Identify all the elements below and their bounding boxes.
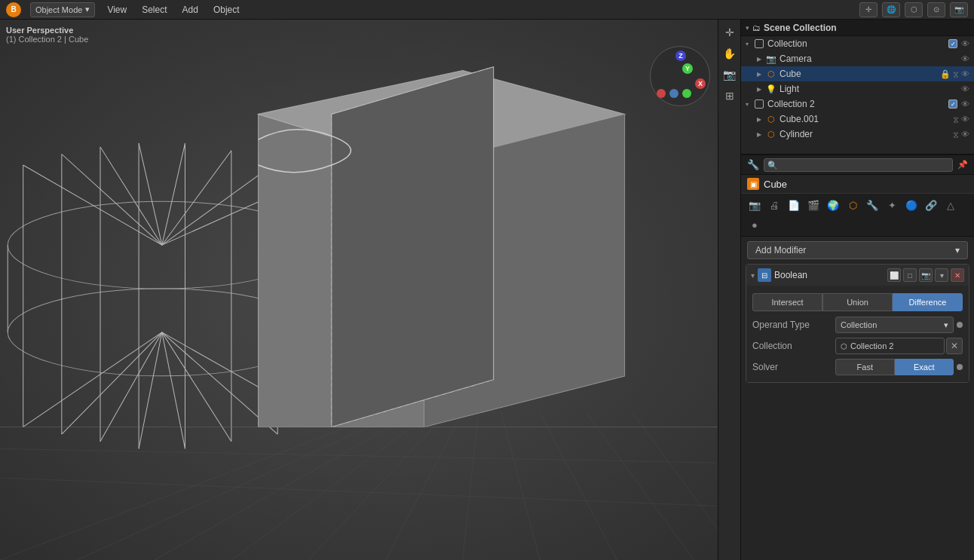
collection-checkbox[interactable]: ✓ bbox=[948, 39, 957, 48]
object-type-icon: ▣ bbox=[747, 178, 759, 190]
prop-tab-material[interactable]: ● bbox=[746, 216, 764, 234]
viewport-tool-cursor[interactable]: ✛ bbox=[720, 23, 740, 42]
modifier-realtime-btn[interactable]: □ bbox=[903, 268, 917, 282]
modifier-close-btn[interactable]: ✕ bbox=[951, 268, 964, 282]
outliner-light[interactable]: ▶ 💡 Light 👁 bbox=[741, 81, 974, 96]
cylinder-filter[interactable]: ⧖ bbox=[953, 130, 959, 139]
scene-collection-row: ▾ 🗂 Scene Collection bbox=[741, 20, 974, 36]
solver-dot[interactable] bbox=[957, 364, 963, 370]
collection-visibility[interactable]: 👁 bbox=[961, 39, 969, 48]
light-arrow[interactable]: ▶ bbox=[753, 83, 765, 95]
prop-tab-scene[interactable]: 🎬 bbox=[804, 196, 822, 214]
modifier-render-btn[interactable]: 📷 bbox=[919, 268, 933, 282]
operand-type-label: Operand Type bbox=[752, 320, 835, 330]
menu-select[interactable]: Select bbox=[139, 5, 170, 15]
outliner-collection[interactable]: ▾ Collection ✓ 👁 bbox=[741, 36, 974, 51]
cube-lock[interactable]: 🔒 bbox=[940, 69, 951, 79]
gizmo-y-label: Y bbox=[682, 63, 693, 74]
outliner-cube001[interactable]: ▶ ⬡ Cube.001 ⧖ 👁 bbox=[741, 112, 974, 127]
viewport-3d[interactable]: User Perspective (1) Collection 2 | Cube bbox=[0, 20, 740, 560]
menu-add[interactable]: Add bbox=[179, 5, 201, 15]
collection2-icon bbox=[753, 98, 765, 110]
solver-row: Solver Fast Exact bbox=[746, 357, 969, 378]
collection-clear-btn[interactable]: ✕ bbox=[946, 338, 963, 354]
cylinder-label: Cylinder bbox=[780, 129, 953, 139]
prop-tab-world[interactable]: 🌍 bbox=[824, 196, 842, 214]
cube-arrow[interactable]: ▶ bbox=[753, 68, 765, 80]
solver-label: Solver bbox=[752, 362, 835, 372]
cylinder-visibility[interactable]: 👁 bbox=[961, 130, 969, 139]
menu-view[interactable]: View bbox=[104, 5, 130, 15]
camera-actions: 👁 bbox=[961, 54, 969, 63]
mode-selector[interactable]: Object Mode ▾ bbox=[30, 2, 95, 17]
collection-arrow[interactable]: ▾ bbox=[741, 38, 753, 50]
viewport-tool-grid[interactable]: ⊞ bbox=[720, 86, 740, 106]
gizmo-dots-row bbox=[657, 89, 691, 98]
light-actions: 👁 bbox=[961, 84, 969, 93]
outliner-cube[interactable]: ▶ ⬡ Cube 🔒 ⧖ 👁 bbox=[741, 66, 974, 81]
cylinder-arrow[interactable]: ▶ bbox=[753, 128, 765, 140]
topbar-shading-icon[interactable]: ⬡ bbox=[905, 2, 923, 17]
viewport-gizmo[interactable]: Z X Y bbox=[650, 46, 710, 106]
cube-label: Cube bbox=[780, 69, 940, 79]
collection2-arrow[interactable]: ▾ bbox=[741, 98, 753, 110]
viewport-selection: (1) Collection 2 | Cube bbox=[6, 35, 88, 44]
right-panel: ▾ 🗂 Scene Collection ▾ Collection ✓ 👁 bbox=[740, 20, 974, 560]
topbar-overlays-icon[interactable]: ⊙ bbox=[927, 2, 945, 17]
cube-filter[interactable]: ⧖ bbox=[953, 69, 959, 79]
prop-tab-view[interactable]: 📄 bbox=[785, 196, 803, 214]
cube001-arrow[interactable]: ▶ bbox=[753, 113, 765, 125]
cube-visibility[interactable]: 👁 bbox=[961, 69, 969, 78]
prop-tab-output[interactable]: 🖨 bbox=[765, 196, 783, 214]
prop-tab-object[interactable]: ⬡ bbox=[844, 196, 862, 214]
boolean-modifier-card: ▾ ⊟ Boolean ⬜ □ 📷 ▾ ✕ Intersect bbox=[746, 264, 969, 383]
op-intersect-btn[interactable]: Intersect bbox=[752, 293, 822, 311]
topbar-cursor-icon[interactable]: ✛ bbox=[859, 2, 878, 17]
topbar-globe-icon[interactable]: 🌐 bbox=[882, 2, 900, 17]
viewport-tool-camera[interactable]: 📷 bbox=[720, 65, 740, 84]
mode-selector-arrow: ▾ bbox=[85, 5, 90, 14]
gizmo-red-dot bbox=[657, 89, 666, 98]
cube001-filter[interactable]: ⧖ bbox=[953, 115, 959, 124]
light-visibility[interactable]: 👁 bbox=[961, 84, 969, 93]
modifier-header: ▾ ⊟ Boolean ⬜ □ 📷 ▾ ✕ bbox=[746, 265, 969, 286]
modifier-options-btn[interactable]: ▾ bbox=[935, 268, 948, 282]
collection2-checkbox[interactable]: ✓ bbox=[948, 99, 957, 109]
properties-pin-icon[interactable]: 📌 bbox=[957, 160, 968, 170]
object-name-row: ▣ Cube bbox=[741, 175, 974, 194]
cube001-visibility[interactable]: 👁 bbox=[961, 115, 969, 124]
solver-fast-btn[interactable]: Fast bbox=[835, 359, 895, 375]
modifier-name-label: Boolean bbox=[774, 270, 884, 280]
add-modifier-button[interactable]: Add Modifier ▾ bbox=[747, 241, 968, 259]
viewport-tool-move[interactable]: ✋ bbox=[720, 44, 740, 63]
camera-visibility[interactable]: 👁 bbox=[961, 54, 969, 63]
prop-tab-data[interactable]: △ bbox=[942, 196, 960, 214]
collection2-visibility[interactable]: 👁 bbox=[961, 99, 969, 109]
operand-type-select[interactable]: Collection ▾ bbox=[835, 317, 954, 333]
outliner-collection2[interactable]: ▾ Collection 2 ✓ 👁 bbox=[741, 96, 974, 112]
properties-search[interactable] bbox=[764, 158, 953, 172]
gizmo-z-label: Z bbox=[675, 50, 686, 61]
op-union-btn[interactable]: Union bbox=[822, 293, 893, 311]
topbar-render-icon[interactable]: 📷 bbox=[950, 2, 968, 17]
prop-tab-modifier[interactable]: 🔧 bbox=[863, 196, 881, 214]
modifier-expand-icon[interactable]: ▾ bbox=[751, 271, 755, 280]
menu-object[interactable]: Object bbox=[210, 5, 243, 15]
camera-arrow[interactable]: ▶ bbox=[753, 53, 765, 65]
prop-tab-constraints[interactable]: 🔗 bbox=[922, 196, 940, 214]
gizmo-circle[interactable]: Z X Y bbox=[650, 46, 710, 106]
collection-actions: ✓ 👁 bbox=[948, 39, 969, 48]
scene-collection-expand[interactable]: ▾ bbox=[746, 24, 749, 32]
solver-exact-btn[interactable]: Exact bbox=[895, 359, 954, 375]
operand-type-dot[interactable] bbox=[957, 322, 963, 328]
prop-tab-render[interactable]: 📷 bbox=[746, 196, 764, 214]
outliner-cylinder[interactable]: ▶ ⬡ Cylinder ⧖ 👁 bbox=[741, 127, 974, 142]
collection-field[interactable]: ⬡ Collection 2 bbox=[835, 338, 945, 354]
outliner-camera[interactable]: ▶ 📷 Camera 👁 bbox=[741, 51, 974, 66]
op-difference-btn[interactable]: Difference bbox=[893, 293, 963, 311]
modifier-screen-btn[interactable]: ⬜ bbox=[887, 268, 901, 282]
collection-field-value: Collection 2 bbox=[850, 341, 893, 350]
prop-tab-physics[interactable]: 🔵 bbox=[902, 196, 920, 214]
prop-tab-particles[interactable]: ✦ bbox=[883, 196, 901, 214]
svg-marker-50 bbox=[332, 67, 494, 427]
